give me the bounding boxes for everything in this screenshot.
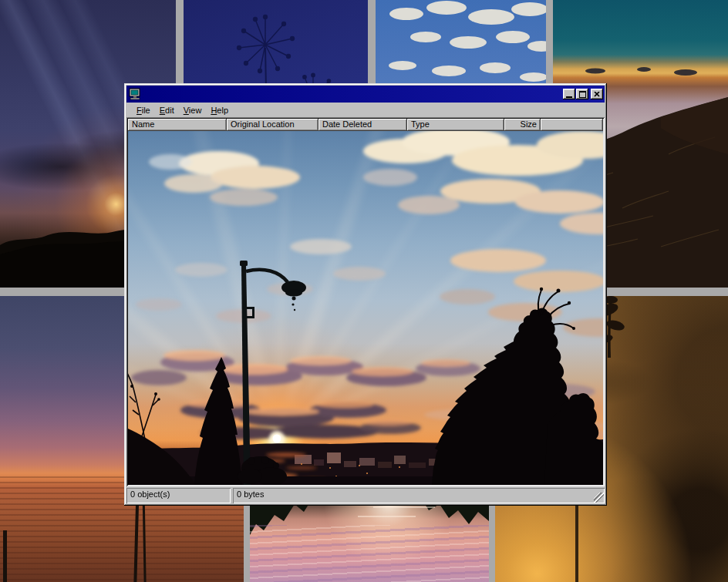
file-list-view: Name Original Location Date Deleted Type…	[126, 117, 605, 486]
sunset-photo-view	[128, 131, 603, 485]
menu-file[interactable]: File	[132, 105, 155, 116]
close-icon	[594, 92, 600, 97]
maximize-icon	[579, 91, 586, 98]
menu-edit[interactable]: Edit	[155, 105, 179, 116]
status-object-count: 0 object(s)	[126, 488, 231, 503]
column-header-name[interactable]: Name	[128, 119, 227, 131]
title-bar[interactable]	[126, 86, 605, 103]
close-button[interactable]	[591, 89, 603, 99]
sunset-lamp-photo	[128, 131, 603, 485]
column-header-blank[interactable]	[541, 119, 603, 131]
computer-icon	[129, 88, 141, 100]
minimize-icon	[566, 96, 572, 98]
minimize-button[interactable]	[563, 89, 575, 99]
status-size: 0 bytes	[233, 488, 605, 503]
menu-bar: File Edit View Help	[126, 103, 605, 117]
recycle-bin-window: File Edit View Help Name Original Locati…	[124, 83, 607, 506]
column-header-row: Name Original Location Date Deleted Type…	[128, 119, 603, 131]
resize-grip[interactable]	[594, 493, 604, 503]
column-header-type[interactable]: Type	[407, 119, 504, 131]
column-header-size[interactable]: Size	[504, 119, 541, 131]
status-bar: 0 object(s) 0 bytes	[126, 488, 605, 503]
menu-help[interactable]: Help	[206, 105, 233, 116]
maximize-button[interactable]	[576, 89, 588, 99]
mooring-pole	[3, 530, 7, 582]
menu-view[interactable]: View	[179, 105, 207, 116]
column-header-original-location[interactable]: Original Location	[227, 119, 318, 131]
column-header-date-deleted[interactable]: Date Deleted	[318, 119, 407, 131]
water-ripples	[250, 525, 489, 582]
